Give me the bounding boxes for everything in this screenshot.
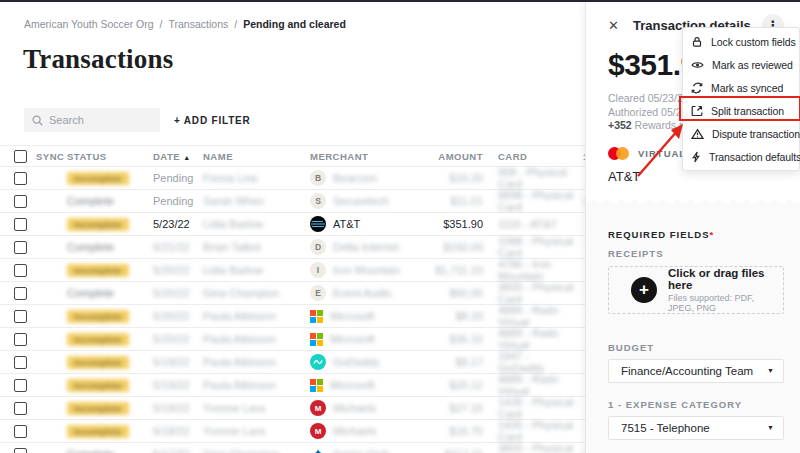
table-row[interactable]: Incomplete5/20/22Paula AtkinsonMicrosoft… bbox=[0, 305, 585, 328]
menu-item-dispute-transaction[interactable]: Dispute transaction bbox=[683, 122, 799, 145]
merchant-label: Microsoft bbox=[330, 379, 375, 391]
table-row[interactable]: Complete5/17/22Gina Champion✦Sam's Club$… bbox=[0, 443, 585, 453]
date-cell: 5/21/22 bbox=[153, 241, 203, 253]
microsoft-logo-icon bbox=[310, 333, 323, 346]
table-header-row: SYNCSTATUSDATE▲NAMEMERCHANTAMOUNTCARD1 -… bbox=[0, 145, 585, 167]
status-badge: Incomplete bbox=[67, 425, 129, 438]
row-checkbox[interactable] bbox=[14, 356, 27, 369]
row-checkbox-cell bbox=[14, 333, 36, 346]
table-row[interactable]: Incomplete5/18/22Yvonne LaraMMichaels$16… bbox=[0, 420, 585, 443]
row-checkbox[interactable] bbox=[14, 172, 27, 185]
table-row[interactable]: Incomplete5/23/22Lidia BarlowAT&T$351.90… bbox=[0, 213, 585, 236]
merchant-cell: AT&T bbox=[310, 216, 405, 232]
row-checkbox[interactable] bbox=[14, 287, 27, 300]
menu-item-transaction-defaults[interactable]: Transaction defaults bbox=[683, 145, 799, 168]
row-checkbox[interactable] bbox=[14, 379, 27, 392]
column-header[interactable]: SYNC bbox=[36, 151, 67, 162]
date-cell: 5/20/22 bbox=[153, 287, 203, 299]
status-badge: Incomplete bbox=[67, 310, 129, 323]
date-cell: Pending bbox=[153, 195, 203, 207]
row-checkbox[interactable] bbox=[14, 425, 27, 438]
name-cell: Paula Atkinson bbox=[203, 356, 310, 368]
receipt-upload-dropzone[interactable]: + Click or drag files here Files support… bbox=[608, 266, 784, 314]
row-checkbox[interactable] bbox=[14, 310, 27, 323]
amount-cell: $150.00 bbox=[405, 241, 483, 253]
menu-item-label: Transaction defaults bbox=[709, 151, 800, 163]
table-row[interactable]: Incomplete5/19/22Paula AtkinsonGoDaddy$9… bbox=[0, 351, 585, 374]
table-row[interactable]: Incomplete5/20/22Paula AtkinsonMicrosoft… bbox=[0, 328, 585, 351]
search-input[interactable] bbox=[49, 114, 149, 126]
status-cell: Complete bbox=[67, 241, 153, 253]
menu-eye-icon bbox=[691, 59, 704, 71]
status-cell: Incomplete bbox=[67, 172, 153, 185]
table-row[interactable]: CompletePendingSarah WhenSSecuretech$11.… bbox=[0, 190, 585, 213]
amount-cell: $27.15 bbox=[405, 402, 483, 414]
status-cell: Incomplete bbox=[67, 379, 153, 392]
card-cell: 1426 - Physical Card bbox=[498, 419, 577, 443]
date-cell: 5/20/22 bbox=[153, 333, 203, 345]
table-row[interactable]: Incomplete5/19/22Paula AtkinsonMicrosoft… bbox=[0, 374, 585, 397]
row-checkbox-cell bbox=[14, 218, 36, 231]
merchant-label: Securetech bbox=[333, 195, 389, 207]
field-select--expense-category[interactable]: 7515 - Telephone▼ bbox=[608, 416, 784, 440]
card-cell: 4889 - Rado Virtual bbox=[498, 373, 577, 397]
field-select-budget[interactable]: Finance/Accounting Team▼ bbox=[608, 359, 784, 383]
date-cell: 5/19/22 bbox=[153, 402, 203, 414]
row-checkbox[interactable] bbox=[14, 195, 27, 208]
breadcrumb-item: Pending and cleared bbox=[243, 18, 346, 30]
name-cell: Lidia Barlow bbox=[203, 218, 310, 230]
transaction-actions-menu: Lock custom fieldsMark as reviewedMark a… bbox=[682, 27, 800, 171]
row-checkbox[interactable] bbox=[14, 264, 27, 277]
row-checkbox[interactable] bbox=[14, 402, 27, 415]
microsoft-logo-icon bbox=[310, 379, 323, 392]
row-checkbox[interactable] bbox=[14, 241, 27, 254]
column-header[interactable]: CARD bbox=[498, 151, 577, 162]
menu-warning-icon bbox=[691, 128, 704, 140]
breadcrumb-item[interactable]: Transactions bbox=[169, 18, 229, 30]
status-cell: Complete bbox=[67, 448, 153, 453]
column-header[interactable]: STATUS bbox=[67, 151, 153, 162]
row-checkbox[interactable] bbox=[14, 333, 27, 346]
menu-item-split-transaction[interactable]: Split transaction bbox=[683, 99, 799, 122]
upload-subtitle: Files supported: PDF, JPEG, PNG bbox=[668, 293, 773, 313]
search-box[interactable] bbox=[24, 108, 160, 132]
row-checkbox[interactable] bbox=[14, 218, 27, 231]
name-cell: Gina Champion bbox=[203, 287, 310, 299]
table-row[interactable]: Incomplete5/19/22Yvonne LaraMMichaels$27… bbox=[0, 397, 585, 420]
table-row[interactable]: Complete5/21/22Brian TalbotDDelta Intern… bbox=[0, 236, 585, 259]
table-row[interactable]: Incomplete5/20/22Lidia BarlowIIron Mount… bbox=[0, 259, 585, 282]
merchant-cell: IIron Mountain bbox=[310, 262, 405, 278]
status-badge: Incomplete bbox=[67, 402, 129, 415]
column-header[interactable]: DATE▲ bbox=[153, 151, 203, 162]
add-filter-button[interactable]: + ADD FILTER bbox=[174, 115, 251, 126]
name-cell: Brian Talbot bbox=[203, 241, 310, 253]
select-value: 7515 - Telephone bbox=[621, 422, 710, 434]
status-cell: Incomplete bbox=[67, 333, 153, 346]
breadcrumb-item[interactable]: American Youth Soccer Org bbox=[24, 18, 154, 30]
name-cell: Yvonne Lara bbox=[203, 425, 310, 437]
menu-item-mark-as-reviewed[interactable]: Mark as reviewed bbox=[683, 53, 799, 76]
menu-item-lock-custom-fields[interactable]: Lock custom fields bbox=[683, 30, 799, 53]
amount-cell: $50.00 bbox=[405, 287, 483, 299]
card-cell: 4786 - Iron Mountain bbox=[498, 258, 577, 282]
close-icon[interactable]: ✕ bbox=[608, 18, 624, 33]
merchant-cell: SSecuretech bbox=[310, 193, 405, 209]
select-all-checkbox[interactable] bbox=[14, 150, 27, 163]
field-group: BUDGETFinance/Accounting Team▼ bbox=[608, 342, 784, 383]
status-text: Complete bbox=[67, 448, 114, 453]
transactions-main: American Youth Soccer Org/Transactions/P… bbox=[0, 2, 585, 453]
column-header[interactable]: MERCHANT bbox=[310, 151, 405, 162]
column-header[interactable]: AMOUNT bbox=[405, 151, 483, 162]
table-row[interactable]: IncompletePendingFonna LewBBearcom$19.20… bbox=[0, 167, 585, 190]
status-badge: Incomplete bbox=[67, 218, 129, 231]
name-cell: Lidia Barlow bbox=[203, 264, 310, 276]
table-row[interactable]: Complete5/20/22Gina ChampionEEvent Audio… bbox=[0, 282, 585, 305]
name-cell: Sarah When bbox=[203, 195, 310, 207]
mastercard-icon bbox=[608, 147, 630, 160]
row-checkbox[interactable] bbox=[14, 448, 27, 453]
status-cell: Incomplete bbox=[67, 264, 153, 277]
menu-sync-icon bbox=[691, 82, 703, 94]
card-cell: 1116 - AT&T bbox=[498, 218, 577, 230]
menu-item-mark-as-synced[interactable]: Mark as synced bbox=[683, 76, 799, 99]
column-header[interactable]: NAME bbox=[203, 151, 310, 162]
